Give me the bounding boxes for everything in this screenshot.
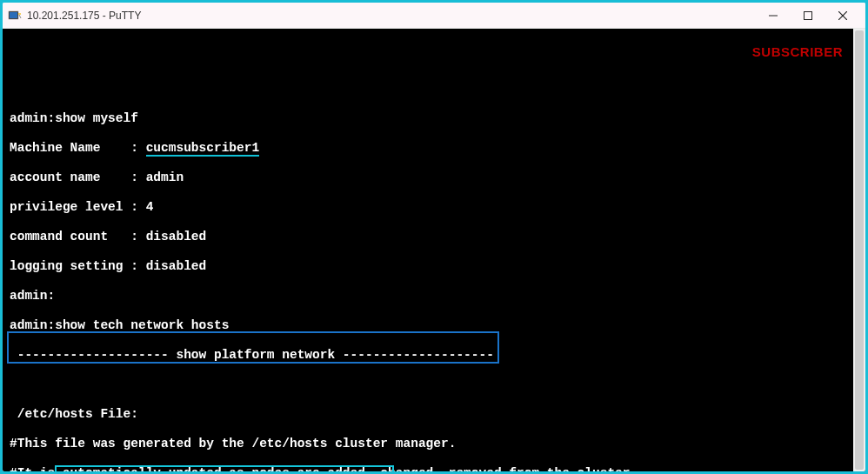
terminal-line: privilege level : 4	[10, 200, 858, 215]
terminal-line: /etc/hosts File:	[10, 407, 858, 422]
terminal-line: command count : disabled	[10, 230, 858, 244]
window-controls	[756, 3, 860, 28]
minimize-button[interactable]	[756, 3, 791, 28]
svg-rect-1	[10, 12, 17, 18]
scrollbar-thumb[interactable]	[855, 30, 864, 470]
scrollbar[interactable]	[853, 29, 865, 471]
titlebar[interactable]: 10.201.251.175 - PuTTY	[3, 3, 865, 29]
machine-name-highlight: cucmsubscriber1	[146, 141, 260, 157]
terminal-line: logging setting : disabled	[10, 259, 858, 274]
terminal-content: admin:show myself Machine Name : cucmsub…	[10, 97, 858, 471]
subscriber-label: SUBSCRIBER	[752, 44, 843, 59]
terminal-line: account name : admin	[10, 170, 858, 185]
terminal-area[interactable]: SUBSCRIBER admin:show myself Machine Nam…	[3, 29, 865, 471]
svg-rect-5	[805, 11, 812, 19]
putty-window: 10.201.251.175 - PuTTY SUBSCRIBER admin:…	[3, 3, 865, 471]
terminal-line: Machine Name : cucmsubscriber1	[10, 141, 858, 156]
close-button[interactable]	[825, 3, 860, 28]
terminal-line: admin:show myself	[10, 111, 858, 126]
terminal-line: -------------------- show platform netwo…	[10, 348, 858, 363]
svg-line-3	[19, 15, 21, 18]
terminal-line: admin:	[10, 289, 858, 304]
putty-icon	[8, 9, 22, 23]
terminal-line: #It is automatically updated as nodes ar…	[10, 466, 858, 471]
terminal-line	[10, 377, 858, 392]
terminal-line: #This file was generated by the /etc/hos…	[10, 437, 858, 451]
window-title: 10.201.251.175 - PuTTY	[27, 10, 756, 22]
maximize-button[interactable]	[791, 3, 825, 28]
svg-rect-2	[18, 13, 21, 15]
terminal-line: admin:show tech network hosts	[10, 318, 858, 333]
